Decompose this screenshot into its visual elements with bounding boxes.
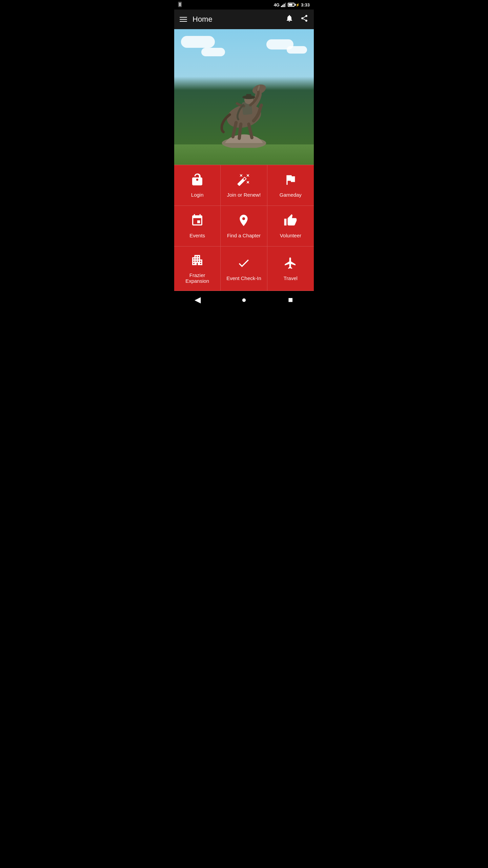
event-checkin-label: Event Check-In [226, 275, 261, 281]
gameday-icon [284, 173, 297, 189]
recents-icon: ■ [288, 295, 293, 304]
events-icon [190, 214, 204, 229]
grid-item-frazier-expansion[interactable]: Frazier Expansion [174, 246, 221, 291]
grid-item-event-checkin[interactable]: Event Check-In [221, 246, 267, 291]
back-button[interactable]: ◀ [189, 291, 206, 308]
find-chapter-label: Find a Chapter [227, 233, 261, 238]
hero-image [174, 29, 314, 165]
back-icon: ◀ [195, 295, 201, 304]
grid-item-find-chapter[interactable]: Find a Chapter [221, 206, 267, 246]
join-renew-label: Join or Renew! [227, 192, 261, 198]
events-label: Events [189, 233, 205, 238]
frazier-expansion-label: Frazier Expansion [177, 272, 218, 284]
menu-button[interactable] [180, 17, 187, 22]
event-checkin-icon [237, 256, 250, 272]
hamburger-icon [180, 17, 187, 22]
app-bar-title: Home [192, 15, 212, 24]
grid-item-login[interactable]: Login [174, 165, 221, 206]
volunteer-icon [284, 214, 297, 229]
cloud [287, 46, 307, 54]
login-icon [190, 173, 204, 189]
clock: 3:33 [301, 2, 310, 7]
bottom-nav: ◀ ● ■ [174, 291, 314, 309]
join-renew-icon [237, 173, 250, 189]
grid-item-events[interactable]: Events [174, 206, 221, 246]
grid-item-volunteer[interactable]: Volunteer [267, 206, 314, 246]
grid-item-gameday[interactable]: Gameday [267, 165, 314, 206]
home-nav-icon: ● [242, 295, 247, 304]
app-bar-right [285, 14, 308, 24]
svg-rect-3 [282, 5, 283, 7]
status-bar: 4G ⚡ 3:33 [174, 0, 314, 9]
svg-rect-4 [284, 4, 285, 7]
home-nav-button[interactable]: ● [236, 291, 252, 308]
grid-item-travel[interactable]: Travel [267, 246, 314, 291]
svg-rect-2 [281, 6, 282, 7]
cloud [181, 36, 215, 48]
volunteer-label: Volunteer [280, 233, 301, 238]
find-chapter-icon [237, 214, 250, 229]
hero-statue [210, 53, 278, 148]
svg-rect-1 [179, 3, 181, 6]
svg-rect-5 [285, 3, 286, 7]
recents-button[interactable]: ■ [282, 291, 299, 308]
travel-icon [284, 256, 297, 272]
status-icons: 4G ⚡ 3:33 [274, 2, 310, 7]
travel-label: Travel [284, 275, 298, 281]
status-bar-left [178, 2, 182, 8]
login-label: Login [191, 192, 204, 198]
svg-line-10 [239, 124, 241, 138]
grid-item-join-renew[interactable]: Join or Renew! [221, 165, 267, 206]
app-bar: Home [174, 9, 314, 29]
charging-icon: ⚡ [296, 3, 300, 7]
signal-strength: 4G [274, 2, 280, 7]
grid-menu: LoginJoin or Renew!GamedayEventsFind a C… [174, 165, 314, 291]
share-icon [300, 14, 308, 24]
svg-rect-15 [246, 94, 251, 98]
gameday-label: Gameday [280, 192, 302, 198]
share-button[interactable] [300, 14, 308, 24]
battery-indicator: ⚡ [288, 3, 300, 7]
app-bar-left: Home [180, 15, 212, 24]
frazier-expansion-icon [190, 253, 204, 269]
notifications-button[interactable] [285, 14, 293, 24]
bell-icon [285, 14, 293, 24]
